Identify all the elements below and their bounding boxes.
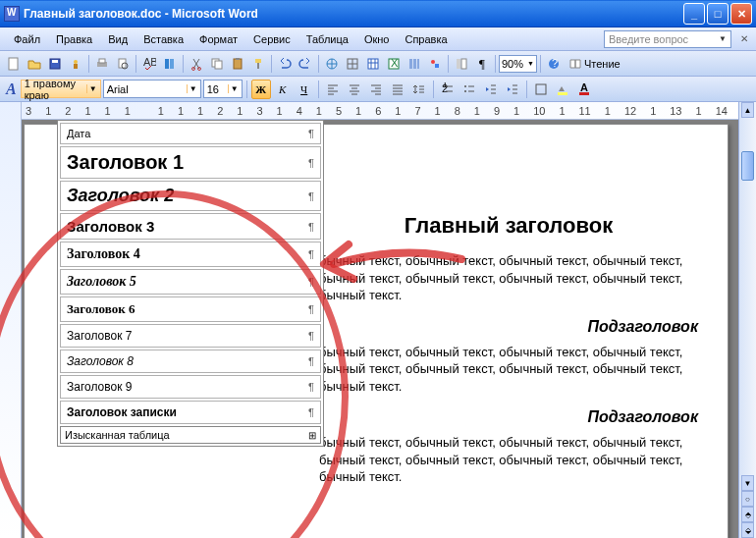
style-item-8[interactable]: Заголовок 8¶ bbox=[60, 350, 321, 373]
style-item-2[interactable]: Заголовок 2¶ bbox=[60, 181, 321, 211]
font-selector[interactable]: Arial▼ bbox=[103, 80, 201, 98]
menu-window[interactable]: Окно bbox=[356, 31, 398, 47]
doc-paragraph[interactable]: бычный текст, обычный текст, обычный тек… bbox=[319, 252, 698, 304]
zoom-field[interactable]: 90%▼ bbox=[499, 55, 537, 73]
browse-object-button[interactable]: ○ bbox=[741, 491, 754, 507]
style-item-5[interactable]: Заголовок 5¶ bbox=[60, 269, 321, 295]
scroll-up-button[interactable]: ▲ bbox=[741, 102, 754, 118]
open-button[interactable] bbox=[25, 54, 44, 74]
style-item-label: Заголовок 9 bbox=[67, 380, 132, 394]
style-item-6[interactable]: Заголовок 6¶ bbox=[60, 296, 321, 322]
show-marks-button[interactable]: ¶ bbox=[472, 54, 492, 74]
paste-button[interactable] bbox=[228, 54, 247, 74]
insert-table-button[interactable] bbox=[363, 54, 383, 74]
vertical-ruler[interactable] bbox=[0, 102, 22, 538]
font-size-selector[interactable]: 16▼ bbox=[203, 80, 243, 98]
menu-format[interactable]: Формат bbox=[191, 31, 245, 47]
doc-paragraph[interactable]: бычный текст, обычный текст, обычный тек… bbox=[319, 344, 698, 396]
numbered-list-button[interactable]: 12 bbox=[438, 80, 458, 99]
doc-paragraph[interactable]: бычный текст, обычный текст, обычный тек… bbox=[319, 434, 698, 486]
columns-button[interactable] bbox=[405, 54, 424, 74]
hyperlink-button[interactable] bbox=[322, 54, 342, 74]
save-button[interactable] bbox=[45, 54, 65, 74]
redo-button[interactable] bbox=[296, 54, 315, 74]
highlight-button[interactable] bbox=[553, 80, 572, 99]
format-painter-button[interactable] bbox=[248, 54, 268, 74]
increase-indent-button[interactable] bbox=[503, 80, 522, 99]
style-new-input[interactable]: Изысканная таблица⊞ bbox=[60, 426, 321, 444]
style-item-0[interactable]: Дата¶ bbox=[60, 123, 321, 144]
doc-map-button[interactable] bbox=[452, 54, 471, 74]
underline-button[interactable]: Ч bbox=[295, 80, 314, 99]
svg-rect-18 bbox=[255, 59, 261, 63]
close-button[interactable]: ✕ bbox=[730, 3, 752, 25]
style-item-3[interactable]: Заголовок 3¶ bbox=[60, 213, 321, 240]
reading-mode-button[interactable]: Чтение bbox=[565, 57, 624, 71]
scroll-down-button[interactable]: ▼ bbox=[741, 475, 754, 491]
minimize-button[interactable]: _ bbox=[683, 3, 705, 25]
align-left-button[interactable] bbox=[323, 80, 343, 99]
ask-placeholder: Введите вопрос bbox=[609, 33, 688, 45]
svg-rect-73 bbox=[558, 92, 567, 95]
ask-question-box[interactable]: Введите вопрос▼ bbox=[604, 30, 731, 48]
menubar: Файл Правка Вид Вставка Формат Сервис Та… bbox=[0, 27, 756, 51]
doc-heading2[interactable]: Подзаголовок bbox=[319, 408, 698, 426]
font-color-button[interactable]: A bbox=[574, 80, 594, 99]
mdi-close-button[interactable]: ✕ bbox=[737, 32, 750, 45]
line-spacing-button[interactable] bbox=[409, 80, 429, 99]
styles-pane-icon[interactable]: A bbox=[4, 81, 19, 98]
style-item-9[interactable]: Заголовок 9¶ bbox=[60, 375, 321, 399]
borders-button[interactable] bbox=[531, 80, 551, 99]
menu-file[interactable]: Файл bbox=[6, 31, 48, 47]
svg-rect-11 bbox=[170, 59, 174, 69]
permission-button[interactable] bbox=[66, 54, 85, 74]
style-item-label: Заголовок 5 bbox=[67, 274, 136, 290]
print-button[interactable] bbox=[92, 54, 112, 74]
style-selector[interactable]: 1 правому краю▼ bbox=[21, 80, 101, 98]
pilcrow-icon: ¶ bbox=[308, 221, 314, 233]
scrollbar-thumb[interactable] bbox=[741, 151, 754, 181]
menu-help[interactable]: Справка bbox=[397, 31, 455, 47]
vertical-scrollbar[interactable]: ▲ ▼ ○ ⬘ ⬙ bbox=[738, 102, 756, 538]
prev-page-button[interactable]: ⬘ bbox=[741, 507, 754, 522]
menu-view[interactable]: Вид bbox=[100, 31, 135, 47]
svg-text:2: 2 bbox=[442, 82, 448, 94]
doc-heading2[interactable]: Подзаголовок bbox=[319, 318, 698, 336]
tables-borders-button[interactable] bbox=[343, 54, 362, 74]
style-item-7[interactable]: Заголовок 7¶ bbox=[60, 324, 321, 348]
spellcheck-button[interactable]: ABC bbox=[139, 54, 159, 74]
svg-rect-31 bbox=[413, 59, 416, 69]
chevron-down-icon[interactable]: ▼ bbox=[86, 84, 97, 93]
undo-button[interactable] bbox=[275, 54, 295, 74]
menu-table[interactable]: Таблица bbox=[298, 31, 356, 47]
bold-button[interactable]: Ж bbox=[251, 80, 271, 99]
chevron-down-icon: ▼ bbox=[228, 84, 239, 93]
align-center-button[interactable] bbox=[345, 80, 364, 99]
bullet-list-button[interactable] bbox=[459, 80, 479, 99]
document-area[interactable]: Главный заголовок бычный текст, обычный … bbox=[22, 120, 738, 538]
maximize-button[interactable]: □ bbox=[707, 3, 729, 25]
titlebar: Главный заголовок.doc - Microsoft Word _… bbox=[0, 0, 756, 27]
italic-button[interactable]: К bbox=[273, 80, 293, 99]
copy-button[interactable] bbox=[207, 54, 227, 74]
style-item-1[interactable]: Заголовок 1¶ bbox=[60, 146, 321, 179]
new-doc-button[interactable] bbox=[4, 54, 24, 74]
next-page-button[interactable]: ⬙ bbox=[741, 522, 754, 538]
decrease-indent-button[interactable] bbox=[481, 80, 501, 99]
menu-edit[interactable]: Правка bbox=[48, 31, 100, 47]
menu-insert[interactable]: Вставка bbox=[135, 31, 191, 47]
pilcrow-icon: ¶ bbox=[308, 303, 314, 315]
horizontal-ruler[interactable]: 3121111112131415161718191101111121131141… bbox=[22, 102, 738, 120]
drawing-button[interactable] bbox=[425, 54, 445, 74]
cut-button[interactable] bbox=[187, 54, 206, 74]
align-right-button[interactable] bbox=[366, 80, 386, 99]
justify-button[interactable] bbox=[388, 80, 407, 99]
help-button[interactable]: ? bbox=[544, 54, 564, 74]
print-preview-button[interactable] bbox=[113, 54, 133, 74]
menu-tools[interactable]: Сервис bbox=[245, 31, 298, 47]
insert-excel-button[interactable]: X bbox=[384, 54, 404, 74]
research-button[interactable] bbox=[160, 54, 180, 74]
style-item-10[interactable]: Заголовок записки¶ bbox=[60, 401, 321, 424]
doc-heading1[interactable]: Главный заголовок bbox=[319, 213, 698, 239]
style-item-4[interactable]: Заголовок 4¶ bbox=[60, 242, 321, 267]
